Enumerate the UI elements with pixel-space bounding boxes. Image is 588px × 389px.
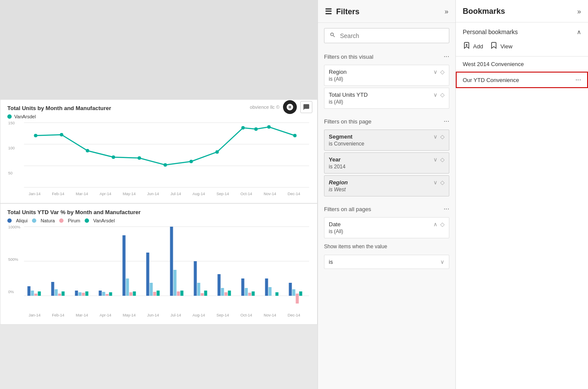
svg-rect-44 bbox=[174, 270, 177, 296]
bookmark-item-west[interactable]: West 2014 Convenience bbox=[456, 57, 588, 72]
svg-rect-26 bbox=[62, 291, 65, 296]
region-filter-card[interactable]: Region ∨ ◇ is (All) bbox=[324, 65, 449, 86]
total-units-expand-icon[interactable]: ∨ bbox=[433, 92, 438, 98]
svg-point-13 bbox=[254, 127, 258, 131]
filters-expand-icon[interactable]: » bbox=[445, 8, 448, 16]
show-items-filter-card[interactable]: is ∨ bbox=[324, 255, 449, 269]
bookmark-item-ytd[interactable]: Our YTD Convenience ··· bbox=[456, 72, 588, 88]
page-region-expand-icon[interactable]: ∨ bbox=[433, 179, 438, 186]
bookmark-ytd-label: Our YTD Convenience bbox=[463, 77, 519, 83]
collapse-icon[interactable]: ∧ bbox=[577, 28, 581, 35]
bookmarks-panel: Bookmarks » Personal bookmarks ∧ Add Vie… bbox=[456, 0, 588, 389]
svg-rect-48 bbox=[197, 283, 200, 296]
vanarsdel-dot-2 bbox=[85, 218, 89, 223]
svg-point-15 bbox=[293, 134, 297, 137]
bottom-chart-title: Total Units YTD Var % by Month and Manuf… bbox=[7, 209, 310, 215]
svg-rect-53 bbox=[225, 292, 228, 296]
svg-rect-57 bbox=[248, 293, 251, 296]
svg-rect-34 bbox=[109, 292, 112, 296]
svg-rect-63 bbox=[289, 283, 292, 296]
page-section-title: Filters on this page bbox=[324, 118, 372, 125]
page-region-filter-value: is West bbox=[329, 187, 445, 193]
svg-point-12 bbox=[242, 126, 245, 130]
natura-label: Natura bbox=[41, 218, 55, 223]
date-clear-icon[interactable]: ◇ bbox=[440, 221, 445, 228]
page-region-clear-icon[interactable]: ◇ bbox=[440, 179, 445, 186]
total-units-clear-icon[interactable]: ◇ bbox=[440, 92, 445, 98]
svg-rect-24 bbox=[55, 289, 58, 296]
svg-rect-41 bbox=[153, 292, 156, 296]
visual-section-title: Filters on this visual bbox=[324, 54, 373, 60]
aliqui-dot bbox=[7, 218, 12, 223]
line-chart-area: 150 100 50 bbox=[7, 121, 310, 199]
view-bookmark-button[interactable]: View bbox=[490, 41, 512, 51]
top-chart-x-labels: Jan-14Feb-14Mar-14Apr-14May-14Jun-14Jul-… bbox=[23, 192, 306, 196]
visual-section-more[interactable]: ··· bbox=[444, 53, 449, 60]
svg-rect-42 bbox=[157, 291, 160, 296]
page-region-filter-card[interactable]: Region ∨ ◇ is West bbox=[324, 175, 449, 196]
svg-rect-45 bbox=[177, 291, 180, 296]
chart-area: obvience llc © Total Units by Month and … bbox=[0, 0, 318, 389]
svg-point-6 bbox=[86, 149, 89, 152]
view-bookmark-icon bbox=[490, 41, 498, 51]
region-clear-icon[interactable]: ◇ bbox=[440, 69, 445, 75]
y-label-1000: 1000% bbox=[8, 225, 20, 229]
y-label-100: 100 bbox=[8, 146, 15, 150]
vanarsdel-label: VanArsdel bbox=[14, 114, 36, 119]
message-icon[interactable] bbox=[300, 101, 312, 113]
svg-point-4 bbox=[34, 134, 38, 137]
bar-chart-area: 1000% 500% 0% bbox=[7, 225, 310, 320]
segment-clear-icon[interactable]: ◇ bbox=[440, 133, 445, 140]
svg-rect-25 bbox=[58, 294, 61, 296]
add-label: Add bbox=[473, 43, 483, 50]
segment-expand-icon[interactable]: ∨ bbox=[433, 133, 438, 140]
all-section-title: Filters on all pages bbox=[324, 206, 371, 212]
filters-header: ☰ Filters » bbox=[318, 0, 455, 23]
svg-rect-58 bbox=[252, 291, 255, 296]
year-clear-icon[interactable]: ◇ bbox=[440, 156, 445, 163]
svg-rect-62 bbox=[276, 292, 279, 296]
search-box[interactable] bbox=[324, 28, 449, 43]
pirum-dot bbox=[59, 218, 64, 223]
bookmark-ytd-more[interactable]: ··· bbox=[575, 76, 581, 84]
region-expand-icon[interactable]: ∨ bbox=[433, 69, 438, 75]
page-section-more[interactable]: ··· bbox=[444, 117, 449, 125]
add-bookmark-button[interactable]: Add bbox=[463, 41, 483, 51]
natura-dot bbox=[32, 218, 36, 223]
svg-point-8 bbox=[138, 156, 141, 160]
y-label-50: 50 bbox=[8, 171, 13, 175]
segment-filter-card[interactable]: Segment ∨ ◇ is Convenience bbox=[324, 130, 449, 151]
year-filter-value: is 2014 bbox=[329, 164, 445, 170]
y-label-500: 500% bbox=[8, 257, 18, 262]
search-input[interactable] bbox=[340, 32, 444, 39]
svg-rect-38 bbox=[133, 291, 136, 296]
year-filter-card[interactable]: Year ∨ ◇ is 2014 bbox=[324, 152, 449, 174]
vanarsdel-label-2: VanArsdel bbox=[93, 218, 115, 223]
all-section-header: Filters on all pages ··· bbox=[318, 201, 455, 215]
bookmark-actions: Add View bbox=[456, 40, 588, 57]
svg-rect-60 bbox=[269, 287, 272, 296]
svg-point-9 bbox=[164, 163, 167, 167]
year-expand-icon[interactable]: ∨ bbox=[433, 156, 438, 163]
svg-rect-46 bbox=[181, 291, 184, 296]
svg-rect-40 bbox=[150, 283, 153, 296]
bookmark-west-label: West 2014 Convenience bbox=[463, 61, 524, 67]
total-units-filter-card[interactable]: Total Units YTD ∨ ◇ is (All) bbox=[324, 88, 449, 109]
line-chart-box: Total Units by Month and Manufacturer Va… bbox=[0, 99, 318, 203]
bookmarks-expand-icon[interactable]: » bbox=[577, 8, 581, 16]
year-filter-title: Year bbox=[329, 156, 340, 163]
all-section-more[interactable]: ··· bbox=[444, 205, 449, 213]
watermark-icon[interactable] bbox=[283, 100, 297, 114]
svg-rect-23 bbox=[51, 282, 54, 296]
show-items-expand-icon[interactable]: ∨ bbox=[440, 259, 445, 265]
filters-panel: ☰ Filters » Filters on this visual ··· R… bbox=[318, 0, 456, 389]
date-filter-title: Date bbox=[329, 221, 340, 228]
svg-rect-65 bbox=[296, 294, 299, 296]
svg-rect-35 bbox=[123, 235, 126, 296]
region-filter-title: Region bbox=[329, 69, 346, 75]
bookmarks-header: Bookmarks » bbox=[456, 0, 588, 22]
date-filter-card[interactable]: Date ∧ ◇ is (All) bbox=[324, 217, 449, 238]
date-expand-icon[interactable]: ∧ bbox=[433, 221, 438, 228]
personal-bookmarks-title: Personal bookmarks bbox=[463, 28, 518, 35]
svg-rect-52 bbox=[221, 288, 224, 296]
